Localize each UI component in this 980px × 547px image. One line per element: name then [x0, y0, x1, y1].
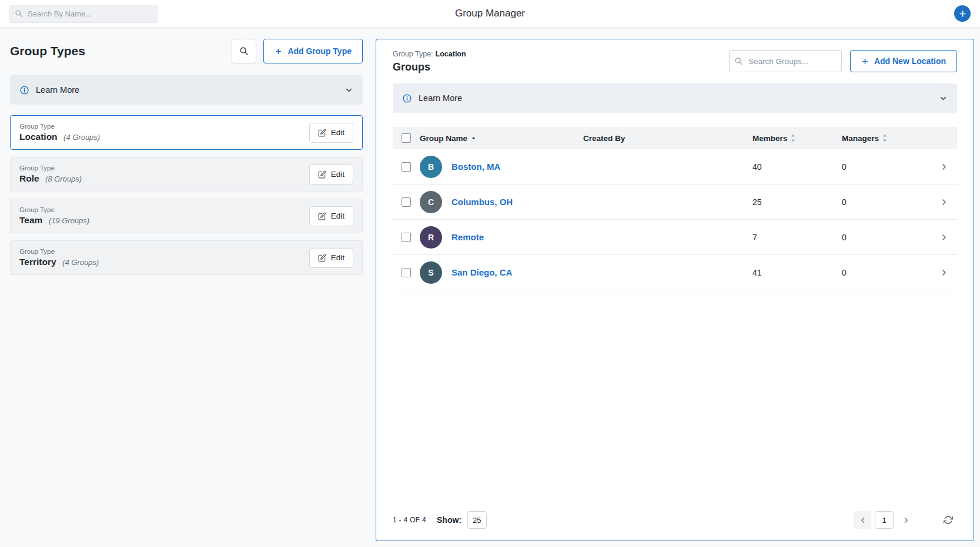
search-icon — [239, 46, 249, 56]
sort-ascending-icon — [470, 135, 477, 142]
groups-panel: Group Type:Location Groups Add New Locat… — [376, 39, 974, 541]
members-cell: 25 — [752, 197, 842, 207]
group-type-label: Group Type — [19, 165, 82, 172]
main-content: Group Types Add Group Type Learn More — [0, 27, 980, 547]
add-group-type-label: Add Group Type — [287, 46, 352, 56]
edit-button[interactable]: Edit — [309, 206, 353, 226]
search-icon — [734, 57, 743, 66]
column-header-managers[interactable]: Managers — [842, 134, 931, 143]
groups-search — [729, 50, 842, 72]
refresh-icon — [944, 515, 953, 525]
edit-label: Edit — [331, 212, 344, 220]
avatar: B — [420, 156, 442, 178]
row-checkbox[interactable] — [402, 233, 411, 242]
select-all-checkbox[interactable] — [402, 133, 411, 143]
group-type-card-role[interactable]: Group Type Role (8 Groups) Edit — [10, 157, 363, 192]
page-size-selector[interactable]: 25 — [467, 511, 486, 529]
search-icon — [15, 9, 23, 18]
chevron-right-icon[interactable] — [931, 162, 957, 172]
plus-icon — [861, 58, 869, 65]
add-group-type-button[interactable]: Add Group Type — [263, 39, 363, 63]
edit-label: Edit — [331, 128, 344, 137]
global-add-button[interactable] — [954, 5, 971, 22]
group-type-card-territory[interactable]: Group Type Territory (4 Groups) Edit — [10, 240, 363, 275]
edit-label: Edit — [331, 253, 344, 262]
table-empty-space — [393, 290, 957, 511]
table-row[interactable]: B Boston, MA 40 0 — [393, 149, 957, 184]
edit-button[interactable]: Edit — [309, 165, 353, 184]
chevron-right-icon[interactable] — [931, 197, 957, 207]
info-icon — [19, 85, 29, 95]
chevron-right-icon[interactable] — [931, 268, 957, 277]
group-name-link[interactable]: Columbus, OH — [451, 197, 513, 207]
global-search-input[interactable] — [9, 5, 158, 23]
row-checkbox[interactable] — [402, 268, 411, 277]
group-name-link[interactable]: Boston, MA — [451, 162, 500, 172]
refresh-button[interactable] — [939, 511, 957, 529]
group-types-search-button[interactable] — [232, 39, 256, 63]
avatar: S — [420, 261, 442, 284]
current-page-button[interactable]: 1 — [875, 511, 894, 529]
group-type-name: Location — [19, 132, 58, 142]
group-type-card-location[interactable]: Group Type Location (4 Groups) Edit — [10, 115, 363, 150]
learn-more-label: Learn More — [36, 85, 79, 95]
previous-page-button[interactable] — [854, 511, 871, 529]
result-range: 1 - 4 OF 4 — [393, 516, 426, 524]
learn-more-accordion[interactable]: Learn More — [393, 83, 957, 113]
chevron-right-icon — [902, 516, 911, 525]
edit-button[interactable]: Edit — [309, 123, 353, 143]
group-types-panel: Group Types Add Group Type Learn More — [10, 39, 363, 541]
table-row[interactable]: C Columbus, OH 25 0 — [393, 184, 957, 220]
add-new-location-label: Add New Location — [874, 56, 946, 66]
chevron-left-icon — [858, 516, 867, 525]
group-type-value: Location — [436, 50, 466, 58]
column-header-created-by[interactable]: Created By — [583, 134, 752, 143]
edit-icon — [318, 212, 326, 220]
group-type-label: Group Type — [19, 248, 99, 255]
group-name-link[interactable]: Remote — [451, 232, 484, 242]
managers-cell: 0 — [842, 197, 931, 207]
next-page-button[interactable] — [897, 511, 915, 529]
group-type-label: Group Type — [19, 206, 89, 213]
learn-more-accordion[interactable]: Learn More — [10, 75, 363, 105]
add-new-location-button[interactable]: Add New Location — [850, 50, 957, 72]
global-search — [9, 5, 158, 23]
chevron-right-icon[interactable] — [931, 233, 957, 242]
group-type-name: Team — [19, 215, 42, 225]
table-row[interactable]: R Remote 7 0 — [393, 220, 957, 255]
group-type-count: (8 Groups) — [45, 174, 82, 183]
managers-cell: 0 — [842, 233, 931, 242]
sort-icon — [790, 134, 796, 142]
plus-icon — [958, 9, 967, 18]
group-types-title: Group Types — [10, 44, 85, 58]
breadcrumb: Group Type:Location — [393, 50, 466, 58]
edit-button[interactable]: Edit — [309, 248, 353, 268]
column-label: Created By — [583, 134, 625, 143]
row-checkbox[interactable] — [402, 162, 411, 172]
group-name-link[interactable]: San Diego, CA — [451, 267, 512, 277]
members-cell: 40 — [752, 162, 842, 172]
column-header-members[interactable]: Members — [752, 134, 842, 143]
group-type-label: Group Type — [19, 123, 100, 130]
members-cell: 7 — [752, 233, 842, 242]
table-row[interactable]: S San Diego, CA 41 0 — [393, 255, 957, 290]
row-checkbox[interactable] — [402, 197, 411, 207]
group-type-label: Group Type: — [393, 50, 433, 58]
group-type-count: (4 Groups) — [63, 133, 100, 142]
show-label: Show: — [437, 515, 461, 525]
app-title: Group Manager — [455, 8, 525, 19]
group-type-card-team[interactable]: Group Type Team (19 Groups) Edit — [10, 199, 363, 233]
column-label: Group Name — [420, 134, 467, 143]
plus-icon — [275, 48, 282, 55]
members-cell: 41 — [752, 268, 842, 277]
groups-search-input[interactable] — [729, 50, 842, 72]
edit-icon — [318, 170, 326, 179]
edit-icon — [318, 254, 326, 262]
learn-more-label: Learn More — [419, 93, 462, 103]
column-header-group-name[interactable]: Group Name — [420, 134, 583, 143]
group-type-count: (4 Groups) — [62, 258, 99, 267]
chevron-down-icon — [939, 94, 948, 103]
group-type-count: (19 Groups) — [49, 216, 89, 225]
column-label: Members — [752, 134, 787, 143]
managers-cell: 0 — [842, 162, 931, 172]
